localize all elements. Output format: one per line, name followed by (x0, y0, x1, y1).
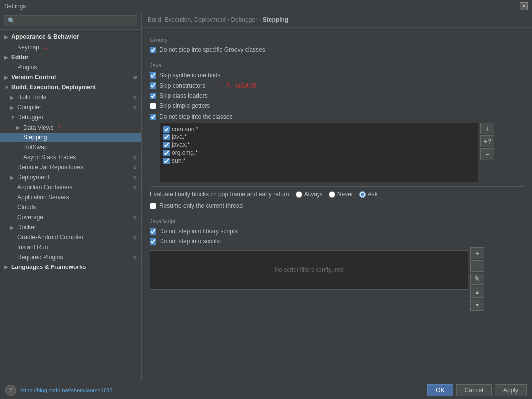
sidebar-item-remote-jar[interactable]: Remote Jar Repositories ⚙ (0, 162, 141, 172)
sidebar-item-editor[interactable]: ▶ Editor (0, 52, 141, 62)
sidebar-item-deployment[interactable]: ▶ Deployment ⚙ (0, 172, 141, 182)
sidebar-item-label: Stepping (23, 134, 47, 141)
sidebar-item-clouds[interactable]: Clouds (0, 202, 141, 212)
breadcrumb-sep1: › (227, 16, 229, 23)
scripts-edit-button[interactable]: ✎ (470, 273, 484, 285)
scripts-scroll-down-button[interactable]: ▼ (470, 299, 484, 311)
footer-bar: ? https://blog.csdn.net/shenxiaomo1688 O… (0, 381, 532, 399)
groovy-section-label: Groovy (150, 37, 524, 43)
sidebar-item-compiler[interactable]: ▶ Compiler ⚙ (0, 102, 141, 112)
class-checkbox-java[interactable] (163, 134, 170, 140)
breadcrumb-path: Build, Execution, Deployment (148, 16, 226, 23)
sidebar-item-label: Editor (11, 54, 29, 61)
resume-only-label[interactable]: Resume only the current thread (159, 202, 243, 209)
window-title: Settings (4, 3, 26, 10)
skip-simple-getters-label[interactable]: Skip simple getters (159, 102, 210, 109)
do-not-step-checkbox[interactable] (150, 114, 156, 120)
class-checkbox-javax[interactable] (163, 142, 170, 148)
do-not-step-label[interactable]: Do not step into the classes (159, 113, 232, 120)
radio-never-label[interactable]: Never (337, 191, 353, 198)
sidebar-item-keymap[interactable]: Keymap 1、 (0, 42, 141, 52)
title-bar: Settings ✕ (0, 0, 532, 12)
sidebar-item-coverage[interactable]: Coverage ⚙ (0, 212, 141, 222)
add-question-button[interactable]: +? (480, 135, 494, 147)
sidebar-item-async-stack[interactable]: Async Stack Traces ⚙ (0, 152, 141, 162)
sidebar-item-instant-run[interactable]: Instant Run (0, 242, 141, 252)
skip-constructors-item: Skip constructors ← 3、勾选此项 (150, 81, 524, 90)
skip-synthetic-label[interactable]: Skip synthetic methods (159, 72, 220, 79)
skip-constructors-checkbox[interactable] (150, 82, 156, 89)
scripts-remove-button[interactable]: − (470, 260, 484, 272)
radio-never[interactable] (329, 191, 335, 198)
class-entry: java.* (162, 133, 476, 141)
sidebar-item-required-plugins[interactable]: Required Plugins ⚙ (0, 252, 141, 262)
sidebar-item-build-tools[interactable]: ▶ Build Tools ⚙ (0, 92, 141, 102)
sidebar-item-docker[interactable]: ▶ Docker (0, 222, 141, 232)
sidebar-item-label: Arquillian Containers (17, 184, 73, 191)
sidebar-item-gradle-android[interactable]: Gradle-Android Compiler ⚙ (0, 232, 141, 242)
footer-url: https://blog.csdn.net/shenxiaomo1688 (20, 387, 112, 393)
sidebar-item-plugins[interactable]: Plugins (0, 62, 141, 72)
class-label: sun.* (172, 157, 185, 164)
class-checkbox-com-sun[interactable] (163, 126, 170, 133)
radio-always-label[interactable]: Always (304, 191, 323, 198)
groovy-checkbox[interactable] (150, 47, 156, 53)
skip-synthetic-checkbox[interactable] (150, 72, 156, 79)
sidebar-item-data-views[interactable]: ▶ Data Views 2、 (0, 122, 141, 133)
class-label: org.omg.* (172, 149, 198, 156)
settings-icon: ⚙ (133, 175, 137, 180)
skip-class-loaders-item: Skip class loaders (150, 92, 524, 100)
close-button[interactable]: ✕ (520, 2, 528, 10)
sidebar-item-arquillian[interactable]: Arquillian Containers ⚙ (0, 182, 141, 192)
no-step-library-label[interactable]: Do not step into library scripts (159, 228, 238, 235)
no-step-scripts-checkbox[interactable] (150, 238, 156, 245)
sidebar-item-appearance[interactable]: ▶ Appearance & Behavior (0, 32, 141, 42)
sidebar-item-debugger[interactable]: ▼ Debugger (0, 112, 141, 122)
main-content: ▶ Appearance & Behavior Keymap 1、 ▶ Edit… (0, 12, 532, 381)
scripts-box: No script filters configured (150, 250, 468, 290)
sidebar-item-label: Docker (17, 224, 36, 231)
no-step-library-checkbox[interactable] (150, 228, 156, 235)
help-button[interactable]: ? (5, 385, 16, 396)
radio-always[interactable] (296, 191, 302, 198)
groovy-checkbox-label[interactable]: Do not step into specific Groovy classes (159, 46, 265, 53)
class-checkbox-sun[interactable] (163, 158, 170, 164)
scripts-add-button[interactable]: + (470, 247, 484, 259)
radio-ask[interactable] (359, 191, 366, 198)
class-checkbox-org-omg[interactable] (163, 150, 170, 156)
ok-button[interactable]: OK (427, 384, 453, 396)
resume-only-checkbox[interactable] (150, 203, 156, 209)
expand-icon: ▼ (10, 115, 15, 120)
search-input[interactable] (4, 15, 137, 26)
skip-simple-getters-checkbox[interactable] (150, 103, 156, 109)
expand-icon: ▶ (4, 55, 9, 60)
add-class-button[interactable]: + (480, 123, 494, 134)
radio-ask-label[interactable]: Ask (368, 191, 378, 198)
skip-class-loaders-label[interactable]: Skip class loaders (159, 92, 208, 99)
class-entry: com.sun.* (162, 125, 476, 133)
no-step-scripts-label[interactable]: Do not step into scripts: (159, 238, 221, 245)
skip-constructors-label[interactable]: Skip constructors (159, 82, 205, 89)
cancel-button[interactable]: Cancel (456, 384, 492, 396)
class-label: javax.* (172, 141, 190, 148)
scripts-scroll-up-button[interactable]: ▲ (470, 286, 484, 298)
sidebar-item-label: Remote Jar Repositories (17, 164, 83, 171)
classes-container: com.sun.* java.* javax.* org.omg.* (160, 123, 524, 182)
expand-icon: ▶ (4, 34, 9, 40)
apply-button[interactable]: Apply (495, 384, 527, 396)
settings-icon: ⚙ (133, 75, 137, 80)
resume-only-item: Resume only the current thread (150, 202, 524, 210)
expand-icon: ▶ (10, 95, 15, 100)
expand-icon: ▶ (10, 105, 15, 110)
sidebar-item-version-control[interactable]: ▶ Version Control ⚙ (0, 72, 141, 82)
remove-class-button[interactable]: − (480, 148, 494, 160)
sidebar-item-label: Data Views (23, 124, 53, 131)
sidebar-item-stepping[interactable]: Stepping (0, 133, 141, 142)
sidebar-item-languages[interactable]: ▶ Languages & Frameworks (0, 262, 141, 272)
title-bar-left: Settings (4, 3, 26, 10)
sidebar-item-hotswap[interactable]: HotSwap (0, 142, 141, 152)
sidebar-item-build-execution[interactable]: ▼ Build, Execution, Deployment (0, 82, 141, 92)
skip-class-loaders-checkbox[interactable] (150, 93, 156, 99)
class-entry: sun.* (162, 157, 476, 165)
sidebar-item-app-servers[interactable]: Application Servers (0, 192, 141, 202)
